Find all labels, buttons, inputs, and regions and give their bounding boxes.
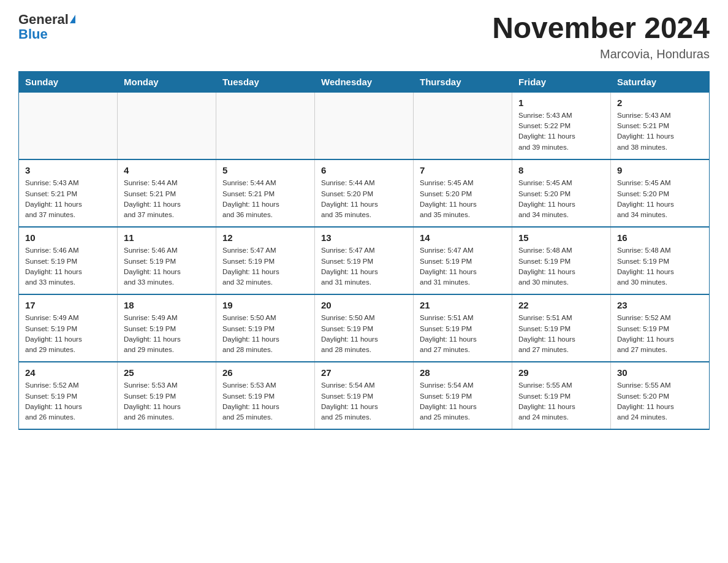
day-number: 6 [321, 165, 407, 175]
day-number: 4 [124, 165, 210, 175]
day-sun-info: Sunrise: 5:50 AM Sunset: 5:19 PM Dayligh… [321, 313, 407, 355]
calendar-week-row: 24Sunrise: 5:52 AM Sunset: 5:19 PM Dayli… [19, 362, 710, 429]
day-number: 23 [617, 300, 703, 310]
day-sun-info: Sunrise: 5:49 AM Sunset: 5:19 PM Dayligh… [124, 313, 210, 355]
weekday-header-saturday: Saturday [611, 71, 710, 92]
day-number: 5 [222, 165, 308, 175]
calendar-cell: 4Sunrise: 5:44 AM Sunset: 5:21 PM Daylig… [118, 159, 216, 227]
calendar-cell: 12Sunrise: 5:47 AM Sunset: 5:19 PM Dayli… [216, 227, 315, 294]
day-number: 17 [25, 300, 111, 310]
day-number: 11 [124, 232, 210, 243]
weekday-header-monday: Monday [118, 71, 216, 92]
calendar-cell: 10Sunrise: 5:46 AM Sunset: 5:19 PM Dayli… [19, 227, 118, 294]
day-number: 2 [617, 98, 703, 108]
calendar-cell: 5Sunrise: 5:44 AM Sunset: 5:21 PM Daylig… [216, 159, 315, 227]
calendar-header: SundayMondayTuesdayWednesdayThursdayFrid… [19, 71, 710, 92]
day-sun-info: Sunrise: 5:45 AM Sunset: 5:20 PM Dayligh… [617, 178, 703, 220]
day-number: 27 [321, 367, 407, 378]
calendar-cell: 26Sunrise: 5:53 AM Sunset: 5:19 PM Dayli… [216, 362, 315, 429]
calendar-cell [315, 92, 414, 159]
day-number: 30 [617, 367, 703, 378]
title-block: November 2024 Marcovia, Honduras [492, 12, 710, 61]
calendar-week-row: 3Sunrise: 5:43 AM Sunset: 5:21 PM Daylig… [19, 159, 710, 227]
day-sun-info: Sunrise: 5:55 AM Sunset: 5:20 PM Dayligh… [617, 380, 703, 423]
calendar-week-row: 17Sunrise: 5:49 AM Sunset: 5:19 PM Dayli… [19, 294, 710, 362]
logo: General Blue [18, 12, 75, 42]
calendar-cell: 17Sunrise: 5:49 AM Sunset: 5:19 PM Dayli… [19, 294, 118, 362]
calendar-cell: 27Sunrise: 5:54 AM Sunset: 5:19 PM Dayli… [315, 362, 414, 429]
day-sun-info: Sunrise: 5:55 AM Sunset: 5:19 PM Dayligh… [518, 380, 604, 423]
day-sun-info: Sunrise: 5:45 AM Sunset: 5:20 PM Dayligh… [420, 178, 506, 220]
day-sun-info: Sunrise: 5:50 AM Sunset: 5:19 PM Dayligh… [222, 313, 308, 355]
day-sun-info: Sunrise: 5:47 AM Sunset: 5:19 PM Dayligh… [222, 245, 308, 288]
calendar-cell: 6Sunrise: 5:44 AM Sunset: 5:20 PM Daylig… [315, 159, 414, 227]
day-sun-info: Sunrise: 5:52 AM Sunset: 5:19 PM Dayligh… [617, 313, 703, 355]
day-sun-info: Sunrise: 5:43 AM Sunset: 5:22 PM Dayligh… [518, 110, 604, 153]
calendar-cell: 18Sunrise: 5:49 AM Sunset: 5:19 PM Dayli… [118, 294, 216, 362]
calendar-cell: 1Sunrise: 5:43 AM Sunset: 5:22 PM Daylig… [512, 92, 611, 159]
calendar-cell: 19Sunrise: 5:50 AM Sunset: 5:19 PM Dayli… [216, 294, 315, 362]
day-number: 25 [124, 367, 210, 378]
calendar-cell: 21Sunrise: 5:51 AM Sunset: 5:19 PM Dayli… [414, 294, 512, 362]
calendar-cell: 9Sunrise: 5:45 AM Sunset: 5:20 PM Daylig… [611, 159, 710, 227]
location: Marcovia, Honduras [492, 47, 710, 61]
day-number: 7 [420, 165, 506, 175]
day-number: 26 [222, 367, 308, 378]
calendar-cell: 29Sunrise: 5:55 AM Sunset: 5:19 PM Dayli… [512, 362, 611, 429]
day-number: 15 [518, 232, 604, 243]
day-sun-info: Sunrise: 5:47 AM Sunset: 5:19 PM Dayligh… [321, 245, 407, 288]
day-number: 24 [25, 367, 111, 378]
day-number: 22 [518, 300, 604, 310]
day-number: 9 [617, 165, 703, 175]
day-sun-info: Sunrise: 5:53 AM Sunset: 5:19 PM Dayligh… [124, 380, 210, 423]
calendar-cell: 7Sunrise: 5:45 AM Sunset: 5:20 PM Daylig… [414, 159, 512, 227]
calendar-cell: 23Sunrise: 5:52 AM Sunset: 5:19 PM Dayli… [611, 294, 710, 362]
weekday-header-thursday: Thursday [414, 71, 512, 92]
day-sun-info: Sunrise: 5:46 AM Sunset: 5:19 PM Dayligh… [124, 245, 210, 288]
calendar-cell: 28Sunrise: 5:54 AM Sunset: 5:19 PM Dayli… [414, 362, 512, 429]
day-sun-info: Sunrise: 5:43 AM Sunset: 5:21 PM Dayligh… [617, 110, 703, 153]
calendar-cell: 3Sunrise: 5:43 AM Sunset: 5:21 PM Daylig… [19, 159, 118, 227]
day-number: 10 [25, 232, 111, 243]
weekday-header-tuesday: Tuesday [216, 71, 315, 92]
day-sun-info: Sunrise: 5:44 AM Sunset: 5:21 PM Dayligh… [222, 178, 308, 220]
calendar-cell: 14Sunrise: 5:47 AM Sunset: 5:19 PM Dayli… [414, 227, 512, 294]
calendar-cell [118, 92, 216, 159]
calendar-cell: 24Sunrise: 5:52 AM Sunset: 5:19 PM Dayli… [19, 362, 118, 429]
day-sun-info: Sunrise: 5:53 AM Sunset: 5:19 PM Dayligh… [222, 380, 308, 423]
calendar-cell: 25Sunrise: 5:53 AM Sunset: 5:19 PM Dayli… [118, 362, 216, 429]
day-number: 16 [617, 232, 703, 243]
calendar-cell [414, 92, 512, 159]
calendar-week-row: 10Sunrise: 5:46 AM Sunset: 5:19 PM Dayli… [19, 227, 710, 294]
day-sun-info: Sunrise: 5:51 AM Sunset: 5:19 PM Dayligh… [420, 313, 506, 355]
calendar-cell: 16Sunrise: 5:48 AM Sunset: 5:19 PM Dayli… [611, 227, 710, 294]
calendar-week-row: 1Sunrise: 5:43 AM Sunset: 5:22 PM Daylig… [19, 92, 710, 159]
day-sun-info: Sunrise: 5:45 AM Sunset: 5:20 PM Dayligh… [518, 178, 604, 220]
day-number: 29 [518, 367, 604, 378]
day-number: 1 [518, 98, 604, 108]
calendar-body: 1Sunrise: 5:43 AM Sunset: 5:22 PM Daylig… [19, 92, 710, 429]
day-sun-info: Sunrise: 5:43 AM Sunset: 5:21 PM Dayligh… [25, 178, 111, 220]
calendar-cell [216, 92, 315, 159]
logo-bottom: Blue [18, 27, 48, 42]
day-sun-info: Sunrise: 5:47 AM Sunset: 5:19 PM Dayligh… [420, 245, 506, 288]
day-sun-info: Sunrise: 5:51 AM Sunset: 5:19 PM Dayligh… [518, 313, 604, 355]
logo-blue-text: Blue [18, 26, 48, 42]
calendar-cell: 15Sunrise: 5:48 AM Sunset: 5:19 PM Dayli… [512, 227, 611, 294]
calendar-cell: 20Sunrise: 5:50 AM Sunset: 5:19 PM Dayli… [315, 294, 414, 362]
day-number: 19 [222, 300, 308, 310]
page-header: General Blue November 2024 Marcovia, Hon… [18, 12, 710, 61]
logo-triangle-icon [70, 15, 75, 23]
calendar-cell: 13Sunrise: 5:47 AM Sunset: 5:19 PM Dayli… [315, 227, 414, 294]
weekday-header-row: SundayMondayTuesdayWednesdayThursdayFrid… [19, 71, 710, 92]
weekday-header-wednesday: Wednesday [315, 71, 414, 92]
day-number: 3 [25, 165, 111, 175]
day-sun-info: Sunrise: 5:54 AM Sunset: 5:19 PM Dayligh… [420, 380, 506, 423]
day-number: 21 [420, 300, 506, 310]
calendar-cell [19, 92, 118, 159]
calendar-cell: 22Sunrise: 5:51 AM Sunset: 5:19 PM Dayli… [512, 294, 611, 362]
calendar-cell: 2Sunrise: 5:43 AM Sunset: 5:21 PM Daylig… [611, 92, 710, 159]
day-sun-info: Sunrise: 5:52 AM Sunset: 5:19 PM Dayligh… [25, 380, 111, 423]
day-number: 8 [518, 165, 604, 175]
day-sun-info: Sunrise: 5:54 AM Sunset: 5:19 PM Dayligh… [321, 380, 407, 423]
